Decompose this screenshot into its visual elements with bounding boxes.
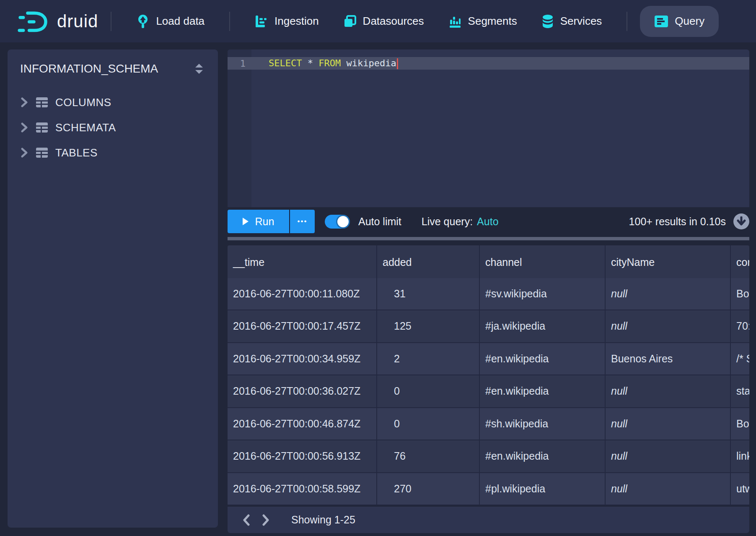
nav-item-load-data[interactable]: Load data: [124, 7, 217, 36]
cell-cityName[interactable]: null: [606, 473, 731, 506]
schema-tree: COLUMNS SCHEMATA: [8, 90, 218, 165]
datasources-icon: [343, 15, 357, 28]
cell-cityName[interactable]: null: [606, 278, 731, 311]
tree-item-columns[interactable]: COLUMNS: [8, 90, 218, 115]
cell-time[interactable]: 2016-06-27T00:00:56.913Z: [228, 440, 377, 473]
cell-cityName[interactable]: null: [606, 440, 731, 473]
cell-comment[interactable]: 70:: [731, 310, 749, 343]
cell-time[interactable]: 2016-06-27T00:00:17.457Z: [228, 310, 377, 343]
column-header-time[interactable]: __time: [228, 245, 377, 280]
run-more-options-button[interactable]: •••: [289, 210, 315, 233]
run-button[interactable]: Run: [228, 210, 289, 233]
tree-item-label: COLUMNS: [55, 96, 111, 109]
column-header-channel[interactable]: channel: [480, 245, 606, 280]
sql-editor[interactable]: 1 SELECT * FROM wikipedia: [228, 49, 749, 207]
results-summary: 100+ results in 0.10s: [629, 216, 726, 228]
tree-item-label: SCHEMATA: [55, 121, 116, 134]
nav-item-query[interactable]: Query: [640, 6, 719, 37]
run-split-button: Run •••: [228, 210, 315, 233]
cell-added[interactable]: 125: [377, 310, 480, 343]
cell-added[interactable]: 270: [377, 473, 480, 506]
cell-comment[interactable]: Bot: [731, 278, 749, 311]
cell-added[interactable]: 2: [377, 343, 480, 376]
nav-item-ingestion[interactable]: Ingestion: [243, 7, 331, 36]
table-icon: [36, 147, 48, 158]
cell-time[interactable]: 2016-06-27T00:00:11.080Z: [228, 278, 377, 311]
cell-cityName[interactable]: null: [606, 310, 731, 343]
column-header-added[interactable]: added: [377, 245, 480, 280]
cell-time[interactable]: 2016-06-27T00:00:46.874Z: [228, 408, 377, 441]
druid-console: druid Load data I: [0, 0, 756, 536]
cell-added[interactable]: 0: [377, 408, 480, 441]
code-line-1[interactable]: 1 SELECT * FROM wikipedia: [228, 57, 749, 70]
cell-channel[interactable]: #sv.wikipedia: [480, 278, 606, 311]
nav-label: Ingestion: [274, 15, 319, 28]
tree-item-schemata[interactable]: SCHEMATA: [8, 115, 218, 140]
schema-title: INFORMATION_SCHEMA: [20, 62, 158, 75]
download-arrow-icon: [737, 216, 746, 226]
double-caret-vertical-icon[interactable]: [194, 63, 204, 75]
cell-comment[interactable]: Bot: [731, 408, 749, 441]
chevron-right-icon[interactable]: [20, 147, 28, 158]
sql-text[interactable]: SELECT * FROM wikipedia: [251, 58, 398, 69]
column-header-comment[interactable]: comment: [731, 245, 749, 280]
database-icon: [541, 14, 554, 29]
nav-label: Datasources: [363, 15, 424, 28]
cell-channel[interactable]: #en.wikipedia: [480, 375, 606, 408]
cell-added[interactable]: 31: [377, 278, 480, 311]
cell-channel[interactable]: #ja.wikipedia: [480, 310, 606, 343]
cell-time[interactable]: 2016-06-27T00:00:36.027Z: [228, 375, 377, 408]
schema-selector[interactable]: INFORMATION_SCHEMA: [8, 62, 218, 75]
nav-label: Load data: [156, 15, 205, 28]
brand-name: druid: [57, 11, 98, 31]
live-query-mode-select[interactable]: Auto: [477, 216, 498, 228]
chevron-left-icon: [243, 514, 250, 526]
cell-time[interactable]: 2016-06-27T00:00:34.959Z: [228, 343, 377, 376]
nav-label: Segments: [468, 15, 517, 28]
nav-divider: [111, 12, 111, 31]
auto-limit-label: Auto limit: [358, 216, 401, 228]
cell-added[interactable]: 0: [377, 375, 480, 408]
cell-channel[interactable]: #sh.wikipedia: [480, 408, 606, 441]
download-results-button[interactable]: [733, 213, 749, 229]
cell-comment[interactable]: sta: [731, 375, 749, 408]
cell-cityName[interactable]: Buenos Aires: [606, 343, 731, 376]
nav-item-segments[interactable]: Segments: [436, 7, 529, 36]
toggle-knob: [337, 216, 349, 227]
nav-item-services[interactable]: Services: [529, 7, 614, 36]
live-query-label: Live query:: [422, 216, 473, 228]
chevron-right-icon[interactable]: [20, 122, 28, 133]
cell-time[interactable]: 2016-06-27T00:00:58.599Z: [228, 473, 377, 506]
results-panel: __time added channel cityName comment 20…: [228, 245, 749, 533]
nav-item-datasources[interactable]: Datasources: [331, 7, 436, 36]
next-page-button[interactable]: [256, 510, 275, 530]
cell-channel[interactable]: #en.wikipedia: [480, 440, 606, 473]
auto-limit-toggle[interactable]: [325, 215, 350, 229]
cell-cityName[interactable]: null: [606, 375, 731, 408]
cell-channel[interactable]: #pl.wikipedia: [480, 473, 606, 506]
cell-channel[interactable]: #en.wikipedia: [480, 343, 606, 376]
chevron-right-icon[interactable]: [20, 97, 28, 108]
run-toolbar: Run ••• Auto limit Live query: Auto 100+…: [228, 210, 749, 233]
ingestion-icon: [255, 15, 268, 28]
druid-logo[interactable]: druid: [17, 9, 98, 34]
druid-logo-icon: [17, 9, 50, 34]
cell-comment[interactable]: /* S: [731, 343, 749, 376]
resize-splitter[interactable]: [228, 237, 749, 240]
play-icon: [243, 218, 249, 225]
query-workbench: 1 SELECT * FROM wikipedia Run ••• Auto l…: [228, 49, 749, 533]
nav-label: Query: [675, 15, 704, 28]
previous-page-button[interactable]: [237, 510, 256, 530]
table-icon: [36, 122, 48, 133]
nav-label: Services: [560, 15, 602, 28]
cell-cityName[interactable]: null: [606, 408, 731, 441]
cell-added[interactable]: 76: [377, 440, 480, 473]
run-button-label: Run: [255, 216, 274, 228]
upload-icon: [136, 14, 150, 29]
cell-comment[interactable]: utw: [731, 473, 749, 506]
schema-sidebar: INFORMATION_SCHEMA: [8, 49, 218, 528]
line-number: 1: [228, 58, 251, 69]
tree-item-tables[interactable]: TABLES: [8, 140, 218, 165]
column-header-cityName[interactable]: cityName: [606, 245, 731, 280]
cell-comment[interactable]: link: [731, 440, 749, 473]
